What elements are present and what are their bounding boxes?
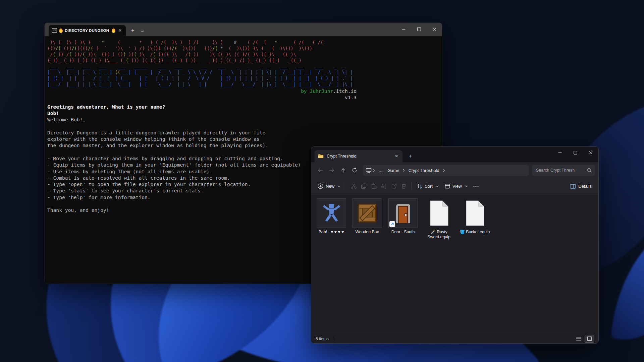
document-icon-wrap[interactable]: [424, 198, 454, 228]
wooden-crate-icon: [358, 203, 377, 223]
file-label: 🗡️ Rusty Sword.equip: [421, 230, 457, 240]
chevron-down-icon: [465, 185, 468, 187]
terminal-close-button[interactable]: [427, 23, 442, 36]
paste-icon[interactable]: [369, 181, 379, 192]
flame-icon: [112, 28, 115, 33]
view-mode-toggles: [574, 335, 594, 343]
breadcrumb-ellipsis[interactable]: …: [376, 168, 385, 173]
flame-icon: [59, 28, 63, 33]
chevron-right-icon[interactable]: [442, 169, 446, 172]
shortcut-arrow-icon: [390, 222, 394, 226]
refresh-button[interactable]: [349, 165, 360, 176]
breadcrumb[interactable]: … Game Crypt Threshold: [363, 165, 529, 176]
door-icon: [394, 203, 413, 223]
game-credit: by JuhrJuhr.itch.io v1.3: [47, 88, 357, 101]
terminal-minimize-button[interactable]: [396, 23, 411, 36]
cmd-icon: C:\: [52, 28, 57, 33]
breadcrumb-item-crypt-threshold[interactable]: Crypt Threshold: [406, 168, 441, 173]
explorer-window-controls: [552, 147, 598, 158]
shortcut-arrow-overlay: [389, 221, 395, 227]
chevron-down-icon: [337, 185, 340, 187]
view-icon: [445, 184, 450, 189]
explorer-navigation-bar: … Game Crypt Threshold: [311, 162, 598, 178]
sort-button-label: Sort: [425, 184, 433, 189]
explorer-new-tab-button[interactable]: +: [409, 153, 412, 160]
file-item-rusty-sword[interactable]: 🗡️ Rusty Sword.equip: [421, 198, 457, 240]
status-divider: [333, 337, 333, 341]
credit-author: by JuhrJuhr: [301, 88, 333, 94]
large-icons-view-toggle[interactable]: [585, 335, 594, 343]
more-options-icon[interactable]: [471, 181, 481, 192]
terminal-tab[interactable]: C:\ DIRECTORY DUNGEON ✕: [49, 25, 126, 36]
chevron-down-icon: [436, 185, 439, 187]
cut-icon[interactable]: [348, 181, 359, 192]
delete-icon[interactable]: [399, 181, 409, 192]
terminal-tab-close-icon[interactable]: ✕: [117, 28, 123, 33]
new-button-label: New: [326, 184, 334, 189]
file-label: Bob! - ♥ ♥ ♥ ♥: [319, 230, 344, 235]
terminal-titlebar[interactable]: C:\ DIRECTORY DUNGEON ✕ +: [45, 23, 442, 36]
breadcrumb-item-game[interactable]: Game: [385, 168, 401, 173]
terminal-tab-title: DIRECTORY DUNGEON: [65, 28, 110, 33]
explorer-tab[interactable]: Crypt Threshold ✕: [315, 150, 402, 162]
search-icon[interactable]: [587, 168, 592, 173]
document-icon-wrap[interactable]: [460, 198, 490, 228]
details-pane-icon: [570, 184, 576, 189]
explorer-tab-title: Crypt Threshold: [327, 154, 391, 159]
details-pane-button[interactable]: Details: [567, 184, 595, 189]
terminal-new-tab-button[interactable]: +: [131, 27, 135, 34]
explorer-close-button[interactable]: [583, 147, 598, 158]
explorer-status-bar: 5 items: [311, 334, 598, 343]
file-item-door-south[interactable]: Door - South: [385, 198, 421, 235]
bob-character-icon: [321, 203, 342, 223]
toolbar-divider: [346, 182, 346, 190]
file-label: Door - South: [391, 230, 415, 235]
view-button[interactable]: View: [442, 181, 471, 192]
search-input[interactable]: [535, 168, 587, 173]
copy-icon[interactable]: [359, 181, 369, 192]
new-button[interactable]: New: [315, 181, 343, 192]
explorer-window: Crypt Threshold ✕ +: [311, 146, 599, 344]
item-count: 5 items: [316, 337, 329, 341]
explorer-minimize-button[interactable]: [552, 147, 568, 158]
file-label: 🪣 Bucket.equip: [460, 230, 490, 235]
this-pc-icon[interactable]: [366, 168, 372, 173]
file-item-bob[interactable]: Bob! - ♥ ♥ ♥ ♥: [313, 198, 349, 235]
view-button-label: View: [452, 184, 462, 189]
details-button-label: Details: [578, 184, 592, 189]
game-version: v1.3: [345, 95, 357, 100]
explorer-maximize-button[interactable]: [568, 147, 583, 158]
ascii-art-directory-dungeon: )\ ) )\ ) )\ ) * ( * ) ( /( )\ ) ( /( )\…: [47, 40, 442, 87]
explorer-file-grid[interactable]: Bob! - ♥ ♥ ♥ ♥ Wooden Box: [311, 194, 598, 334]
chevron-right-icon[interactable]: [401, 169, 406, 172]
rename-icon[interactable]: [379, 181, 389, 192]
document-icon: [429, 200, 449, 226]
credit-site: .itch.io: [333, 88, 357, 94]
door-south-tile[interactable]: [388, 198, 418, 228]
terminal-maximize-button[interactable]: [411, 23, 427, 36]
toolbar-divider: [411, 182, 412, 190]
folder-icon: [318, 154, 324, 159]
search-box[interactable]: [532, 165, 595, 176]
file-item-wooden-box[interactable]: Wooden Box: [349, 198, 385, 235]
share-icon[interactable]: [389, 181, 399, 192]
explorer-tab-close-icon[interactable]: ✕: [394, 154, 399, 159]
sort-button[interactable]: Sort: [414, 181, 442, 192]
desktop: C:\ DIRECTORY DUNGEON ✕ +: [0, 0, 644, 362]
details-view-toggle[interactable]: [574, 335, 583, 342]
sort-icon: [417, 184, 422, 189]
bob-folder-tile[interactable]: [317, 198, 346, 228]
plus-circle-icon: [318, 183, 323, 189]
forward-button[interactable]: [326, 165, 337, 176]
up-button[interactable]: [337, 165, 349, 176]
wooden-box-tile[interactable]: [353, 198, 382, 228]
chevron-right-icon: [372, 169, 376, 172]
explorer-command-bar: New: [311, 178, 598, 194]
terminal-tab-dropdown-icon[interactable]: [141, 29, 144, 33]
explorer-tab-strip[interactable]: Crypt Threshold ✕ +: [311, 147, 598, 162]
document-icon: [465, 200, 485, 226]
file-label: Wooden Box: [355, 230, 379, 235]
file-item-bucket[interactable]: 🪣 Bucket.equip: [457, 198, 493, 235]
svg-text:C:\: C:\: [53, 29, 56, 31]
back-button[interactable]: [315, 165, 326, 176]
